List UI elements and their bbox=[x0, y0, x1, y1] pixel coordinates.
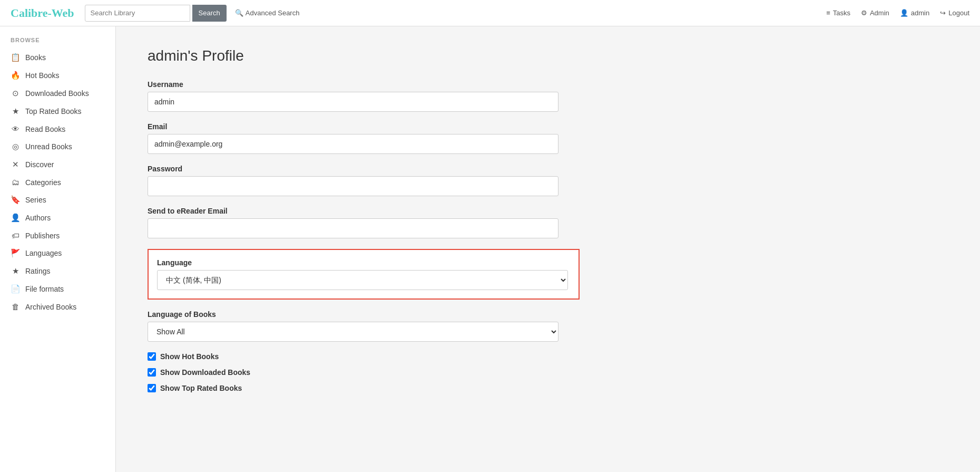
language-books-label: Language of Books bbox=[148, 310, 948, 319]
hot-icon: 🔥 bbox=[11, 71, 20, 80]
authors-icon: 👤 bbox=[11, 213, 20, 223]
publishers-icon: 🏷 bbox=[11, 231, 20, 240]
show-hot-books-label: Show Hot Books bbox=[160, 352, 219, 361]
show-top-rated-books-checkbox[interactable] bbox=[148, 384, 156, 392]
search-button[interactable]: Search bbox=[192, 5, 227, 22]
sidebar: BROWSE 📋 Books 🔥 Hot Books ⊙ Downloaded … bbox=[0, 26, 116, 472]
ratings-icon: ★ bbox=[11, 266, 20, 276]
sidebar-item-categories[interactable]: 🗂 Categories bbox=[0, 174, 115, 191]
sidebar-item-top-rated-books[interactable]: ★ Top Rated Books bbox=[0, 102, 115, 120]
sidebar-item-books[interactable]: 📋 Books bbox=[0, 49, 115, 66]
show-downloaded-books-label: Show Downloaded Books bbox=[160, 368, 250, 377]
main-content: admin's Profile Username Email Password … bbox=[116, 26, 980, 472]
sidebar-item-series[interactable]: 🔖 Series bbox=[0, 191, 115, 209]
tasks-icon: ≡ bbox=[826, 9, 830, 17]
language-books-select[interactable]: Show All bbox=[148, 322, 558, 342]
header-right: ≡ Tasks ⚙ Admin 👤 admin ↪ Logout bbox=[826, 9, 969, 17]
sidebar-item-languages[interactable]: 🚩 Languages bbox=[0, 244, 115, 262]
sidebar-item-hot-books[interactable]: 🔥 Hot Books bbox=[0, 66, 115, 84]
layout: BROWSE 📋 Books 🔥 Hot Books ⊙ Downloaded … bbox=[0, 26, 980, 472]
email-field[interactable] bbox=[148, 134, 558, 154]
tasks-link[interactable]: ≡ Tasks bbox=[826, 9, 850, 17]
books-icon: 📋 bbox=[11, 53, 20, 62]
sidebar-item-authors[interactable]: 👤 Authors bbox=[0, 209, 115, 227]
series-icon: 🔖 bbox=[11, 195, 20, 205]
eye-icon: 👁 bbox=[11, 124, 20, 133]
show-top-rated-books-label: Show Top Rated Books bbox=[160, 384, 242, 392]
username-field[interactable] bbox=[148, 92, 558, 112]
ereader-email-field[interactable] bbox=[148, 218, 558, 238]
categories-icon: 🗂 bbox=[11, 178, 20, 187]
sidebar-section-label: BROWSE bbox=[0, 37, 115, 49]
password-label: Password bbox=[148, 165, 948, 173]
language-select[interactable]: 中文 (简体, 中国)EnglishDeutschFrançaisEspañol… bbox=[157, 270, 568, 290]
admin-link[interactable]: ⚙ Admin bbox=[861, 9, 889, 17]
archive-icon: 🗑 bbox=[11, 302, 20, 311]
file-icon: 📄 bbox=[11, 284, 20, 294]
unread-icon: ◎ bbox=[11, 142, 20, 151]
logo[interactable]: Calibre-Web bbox=[11, 6, 74, 20]
password-field[interactable] bbox=[148, 176, 558, 196]
checkbox-toprated-group: Show Top Rated Books bbox=[148, 384, 948, 392]
admin-icon: ⚙ bbox=[861, 9, 867, 17]
sidebar-item-file-formats[interactable]: 📄 File formats bbox=[0, 280, 115, 298]
search-input[interactable] bbox=[85, 5, 190, 22]
logout-link[interactable]: ↪ Logout bbox=[940, 9, 969, 17]
sidebar-item-unread-books[interactable]: ◎ Unread Books bbox=[0, 138, 115, 156]
page-title: admin's Profile bbox=[148, 47, 948, 64]
discover-icon: ✕ bbox=[11, 160, 20, 169]
header: Calibre-Web Search 🔍 Advanced Search ≡ T… bbox=[0, 0, 980, 26]
checkbox-hot-group: Show Hot Books bbox=[148, 352, 948, 361]
language-label: Language bbox=[157, 258, 570, 267]
languages-icon: 🚩 bbox=[11, 248, 20, 258]
language-books-group: Language of Books Show All bbox=[148, 310, 948, 342]
search-form: Search bbox=[85, 5, 227, 22]
user-link[interactable]: 👤 admin bbox=[900, 9, 929, 17]
ereader-group: Send to eReader Email bbox=[148, 207, 948, 238]
star-icon: ★ bbox=[11, 107, 20, 116]
username-group: Username bbox=[148, 80, 948, 112]
checkbox-downloaded-group: Show Downloaded Books bbox=[148, 368, 948, 377]
show-hot-books-checkbox[interactable] bbox=[148, 352, 156, 361]
logout-icon: ↪ bbox=[940, 9, 946, 17]
password-group: Password bbox=[148, 165, 948, 196]
ereader-label: Send to eReader Email bbox=[148, 207, 948, 215]
sidebar-item-ratings[interactable]: ★ Ratings bbox=[0, 262, 115, 280]
sidebar-item-publishers[interactable]: 🏷 Publishers bbox=[0, 227, 115, 244]
language-group: Language 中文 (简体, 中国)EnglishDeutschFrança… bbox=[157, 258, 570, 290]
username-label: Username bbox=[148, 80, 948, 89]
language-section: Language 中文 (简体, 中国)EnglishDeutschFrança… bbox=[148, 249, 580, 300]
sidebar-item-read-books[interactable]: 👁 Read Books bbox=[0, 120, 115, 138]
sidebar-item-archived-books[interactable]: 🗑 Archived Books bbox=[0, 298, 115, 315]
email-label: Email bbox=[148, 122, 948, 131]
sidebar-item-downloaded-books[interactable]: ⊙ Downloaded Books bbox=[0, 84, 115, 102]
user-icon: 👤 bbox=[900, 9, 908, 17]
show-downloaded-books-checkbox[interactable] bbox=[148, 368, 156, 377]
email-group: Email bbox=[148, 122, 948, 154]
download-icon: ⊙ bbox=[11, 89, 20, 98]
search-icon: 🔍 bbox=[235, 9, 243, 17]
advanced-search-link[interactable]: 🔍 Advanced Search bbox=[235, 9, 300, 17]
sidebar-item-discover[interactable]: ✕ Discover bbox=[0, 156, 115, 174]
